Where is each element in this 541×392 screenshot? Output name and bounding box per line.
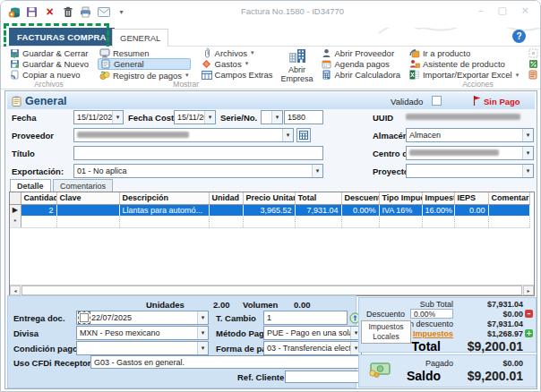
grid-row-selected[interactable]: ▶ 2 Llantas para automó... 3,965.52 7,93… [10,204,529,216]
uso-cfdi-label: Uso CFDi Receptor [13,358,91,368]
impuestos-link[interactable]: Impuestos [413,329,453,338]
metodo-pago-combobox[interactable]: PUE - Pago en una sola exhibició▾ [263,326,362,340]
col-unidad[interactable]: Unidad [209,192,243,204]
col-comentarios[interactable]: Comentarios [488,192,529,204]
abrir-empresa-button[interactable]: Abrir Empresa [279,47,315,89]
entrega-dropdown-icon: ▾ [197,311,208,324]
abrir-calculadora-label: Abrir Calculadora [335,70,400,80]
condicion-dropdown-icon: ▾ [197,342,208,354]
close-icon[interactable]: × [521,4,529,16]
general-button[interactable]: General [98,58,191,70]
validado-checkbox[interactable] [432,96,442,106]
col-total[interactable]: Total [295,192,341,204]
resumen-icon [99,47,110,58]
general-section-header: General Validado Sin Pago [7,93,535,109]
guardar-nuevo-button[interactable]: Guardar & Nuevo [7,58,90,69]
unidades-label: Unidades [146,300,185,310]
minimize-icon[interactable]: – [478,4,484,16]
maximize-icon[interactable]: ▢ [497,4,506,16]
grid-horizontal-scrollbar[interactable]: ◂ ▸ [10,285,534,295]
tab-detalle[interactable]: Detalle [10,179,51,192]
proyecto-combobox[interactable]: ▾ [406,164,534,178]
forma-pago-combobox[interactable]: 03 - Transferencia electrónica de▾ [263,341,362,355]
mail-icon[interactable] [97,5,110,19]
grid-new-row[interactable]: * [10,216,529,227]
scrollbar-thumb[interactable] [21,285,522,295]
help-icon[interactable]: ? [512,30,526,43]
divisa-dropdown-icon: ▾ [197,327,208,339]
registro-pagos-dropdown-icon: ▾ [185,72,189,79]
resumen-button[interactable]: Resumen [98,47,191,58]
gastos-button[interactable]: Gastos ▾ [200,58,275,69]
proveedor-combobox[interactable]: ▾ [73,128,294,142]
scroll-right-icon[interactable]: ▸ [523,285,534,295]
print-icon[interactable] [79,5,92,19]
add-tax-icon[interactable]: + [525,329,533,337]
ir-a-producto-button[interactable]: Ir a producto [408,47,520,58]
col-cantidad[interactable]: Cantidad [21,192,56,204]
col-tipo-impuesto[interactable]: Tipo Impuesto [379,192,422,204]
abrir-proveedor-button[interactable]: Abrir Proveedor [320,47,402,58]
validado-label: Validado [391,97,423,107]
ref-cliente-label: Ref. Cliente [237,372,284,382]
save-icon[interactable] [25,5,39,19]
entrega-doc-datepicker[interactable]: 22/07/2025 ▾ [76,311,209,325]
archivos-dropdown-icon: ▾ [251,49,254,56]
copiar-nuevo-label: Copiar a nuevo [22,70,80,80]
proveedor-label: Proveedor [12,131,54,141]
entrega-doc-checkbox[interactable] [80,313,89,322]
saldo-label: Saldo [407,369,441,383]
numero-input[interactable]: 1580 [284,110,323,124]
t-cambio-input[interactable]: 1 [263,311,348,325]
col-clave[interactable]: Clave [56,192,119,204]
col-descuento[interactable]: Descuento [341,192,379,204]
tab-facturas-compra[interactable]: FACTURAS COMPRA [9,28,115,46]
app-icon[interactable] [7,5,21,19]
ir-a-producto-label: Ir a producto [423,48,470,58]
metodo-pago-label: Método Pago [216,328,270,338]
tab-general[interactable]: GENERAL [112,29,168,47]
exportacion-combobox[interactable]: 01 - No aplica▾ [73,164,323,178]
condicion-pago-label: Condición pago [13,344,78,354]
col-descripcion[interactable]: Descripción [119,192,209,204]
scroll-left-icon[interactable]: ◂ [10,285,21,295]
titulo-input[interactable] [73,146,323,160]
volumen-value: 0.00 [294,300,311,310]
descuento-cascada-icon [528,58,538,69]
app-window: × ▾ Factura No.1580 - ID34770 – ▢ × FACT… [0,0,541,392]
descuento-percent-input[interactable]: 0.00% [410,309,453,319]
almacen-combobox[interactable]: Almacen▾ [406,128,534,142]
toolbar-options-dropdown-icon[interactable]: ▾ [115,5,128,19]
uso-cfdi-input[interactable]: G03 - Gastos en general. [90,355,362,369]
descuento-cascada-button[interactable]: Descuento en cascada [526,58,541,69]
divisa-combobox[interactable]: MXN - Peso mexicano▾ [76,326,209,340]
remove-discount-icon[interactable]: – [525,310,533,318]
asistente-producto-icon [409,58,420,69]
condicion-pago-combobox[interactable]: ▾ [76,341,209,355]
t-cambio-label: T. Cambio [216,313,256,323]
centro-costo-dropdown-icon: ▾ [522,147,533,159]
impuestos-locales-button[interactable]: Impuestos Locales [361,320,411,344]
asistente-producto-button[interactable]: Asistente de producto [408,58,520,69]
guardar-cerrar-icon [9,47,20,58]
proveedor-lookup-button[interactable] [296,128,311,142]
sin-pago-flag-icon [473,96,481,106]
tab-comentarios[interactable]: Comentarios [53,179,113,192]
clipboard-icon [12,96,21,107]
agenda-pagos-button[interactable]: Agenda pagos [320,58,402,69]
serie-combobox[interactable]: ▾ [261,110,283,124]
col-precio-unitario[interactable]: Precio Unitario [243,192,295,204]
abrir-proveedor-icon [322,47,332,58]
guardar-cerrar-button[interactable]: Guardar & Cerrar [7,47,90,58]
proveedor-dropdown-icon: ▾ [282,129,293,141]
abrir-proveedor-label: Abrir Proveedor [335,48,395,58]
delete-icon[interactable]: × [43,5,56,19]
trash-icon[interactable] [61,5,74,19]
col-impuesto[interactable]: Impuesto [422,192,454,204]
centro-costo-combobox[interactable]: ▾ [406,146,534,160]
archivos-adjuntos-button[interactable]: Archivos ▾ [200,47,275,58]
col-ieps[interactable]: IEPS [454,192,488,204]
fecha-combobox[interactable]: 15/11/2024▾ [73,110,124,124]
fecha-costeo-combobox[interactable]: 15/11/2024▾ [174,110,216,124]
ref-cliente-input[interactable] [285,371,362,383]
